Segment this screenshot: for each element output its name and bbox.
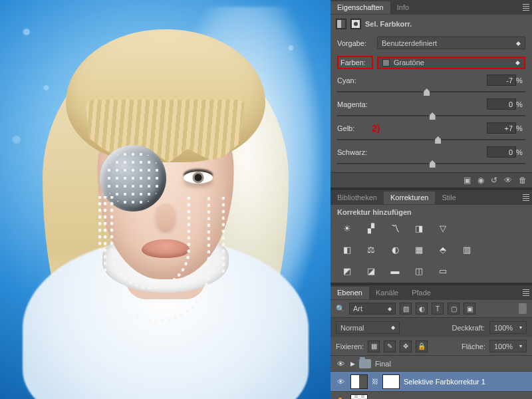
slider-magenta: Magenta:% bbox=[331, 96, 532, 120]
visibility-icon[interactable]: 👁 bbox=[504, 176, 512, 185]
adjustments-tabbar: Bibliotheken Korrekturen Stile bbox=[331, 190, 532, 205]
lock-label: Fixieren: bbox=[336, 342, 364, 350]
layer-ebene-2[interactable]: ✋ Ebene 2 bbox=[331, 392, 532, 399]
black-value[interactable] bbox=[487, 146, 516, 158]
preset-label: Vorgabe: bbox=[337, 39, 373, 47]
filter-adjust-icon[interactable]: ◐ bbox=[416, 303, 428, 315]
filter-smart-icon[interactable]: ▣ bbox=[464, 303, 475, 315]
filter-toggle[interactable] bbox=[519, 303, 527, 314]
bw-icon[interactable]: ◐ bbox=[388, 243, 402, 256]
tab-paths[interactable]: Pfade bbox=[405, 287, 438, 299]
layer-name[interactable]: Selektive Farbkorrektur 1 bbox=[404, 378, 485, 386]
slider-yellow: Gelb:2)% bbox=[331, 120, 532, 144]
cyan-value[interactable] bbox=[487, 74, 516, 86]
fill-label: Fläche: bbox=[462, 342, 485, 350]
black-label: Schwarz: bbox=[337, 148, 372, 156]
portrait-lips bbox=[142, 239, 190, 258]
mask-thumb[interactable] bbox=[382, 374, 400, 389]
filter-type-icon[interactable]: T bbox=[432, 303, 444, 315]
properties-tabbar: Eigenschaften Info bbox=[331, 0, 532, 15]
selective-color-icon[interactable]: ◫ bbox=[412, 264, 426, 277]
svg-point-3 bbox=[354, 22, 358, 26]
clip-icon[interactable]: ▣ bbox=[464, 176, 471, 185]
lock-position-icon[interactable]: ✥ bbox=[400, 340, 412, 352]
lock-pixels-icon[interactable]: ▦ bbox=[368, 340, 380, 352]
color-balance-icon[interactable]: ⚖ bbox=[364, 243, 378, 256]
layer-selective-color[interactable]: 👁 ⛓ Selektive Farbkorrektur 1 bbox=[331, 372, 532, 392]
layers-tabbar: Ebenen Kanäle Pfade bbox=[331, 285, 532, 300]
magenta-slider[interactable] bbox=[337, 111, 525, 120]
slider-cyan: Cyan:% bbox=[331, 72, 532, 96]
curves-icon[interactable]: 〽 bbox=[388, 221, 402, 235]
layer-group-final[interactable]: 👁 ▶ Final bbox=[331, 356, 532, 372]
lock-all-icon[interactable]: 🔒 bbox=[416, 340, 428, 352]
add-adjustment-label: Korrektur hinzufügen bbox=[331, 205, 532, 217]
right-panel-dock: Eigenschaften Info Sel. Farbkorr. Vorgab… bbox=[331, 0, 532, 399]
portrait-eye bbox=[184, 172, 213, 184]
link-icon[interactable]: ⛓ bbox=[372, 378, 378, 385]
black-slider[interactable] bbox=[337, 159, 525, 168]
fill-select[interactable]: 100%▾ bbox=[489, 340, 527, 352]
colors-select[interactable]: Grautöne ◆ bbox=[377, 57, 525, 69]
layer-name[interactable]: Final bbox=[375, 360, 391, 368]
color-lookup-icon[interactable]: ▥ bbox=[460, 243, 474, 256]
gradient-map-icon[interactable]: ▭ bbox=[436, 264, 450, 277]
panel-menu-icon[interactable] bbox=[520, 285, 532, 300]
panel-menu-icon[interactable] bbox=[520, 0, 532, 15]
colors-label: Farben: bbox=[337, 56, 373, 69]
properties-header: Sel. Farbkorr. bbox=[331, 15, 532, 33]
exposure-icon[interactable]: ◨ bbox=[412, 221, 426, 235]
channel-mixer-icon[interactable]: ⬘ bbox=[436, 243, 450, 256]
tab-info[interactable]: Info bbox=[390, 1, 416, 14]
svg-rect-1 bbox=[341, 20, 345, 28]
vibrance-icon[interactable]: ▽ bbox=[436, 221, 450, 235]
visibility-toggle[interactable]: 👁 bbox=[334, 360, 346, 368]
preset-select[interactable]: Benutzerdefiniert◆ bbox=[377, 37, 525, 49]
trash-icon[interactable]: 🗑 bbox=[519, 176, 527, 185]
tab-properties[interactable]: Eigenschaften bbox=[331, 1, 390, 14]
view-previous-icon[interactable]: ◉ bbox=[477, 176, 484, 185]
visibility-toggle[interactable]: 👁 bbox=[334, 378, 346, 386]
tab-channels[interactable]: Kanäle bbox=[369, 287, 405, 299]
panel-menu-icon[interactable] bbox=[520, 190, 532, 205]
photo-filter-icon[interactable]: ▦ bbox=[412, 243, 426, 256]
tab-styles[interactable]: Stile bbox=[435, 192, 462, 204]
folder-icon bbox=[359, 359, 371, 368]
cyan-slider[interactable] bbox=[337, 87, 525, 96]
lock-paint-icon[interactable]: ✎ bbox=[384, 340, 396, 352]
portrait-nose bbox=[157, 203, 174, 230]
yellow-slider[interactable] bbox=[337, 135, 525, 144]
tab-adjustments[interactable]: Korrekturen bbox=[384, 192, 435, 204]
adjustment-thumb-icon bbox=[350, 374, 368, 389]
blend-mode-select[interactable]: Normal◆ bbox=[336, 321, 400, 334]
opacity-select[interactable]: 100%▾ bbox=[489, 321, 527, 334]
adjustment-presets-row: ☀ ▞ 〽 ◨ ▽ bbox=[331, 217, 532, 239]
mask-icon bbox=[350, 19, 361, 29]
hue-sat-icon[interactable]: ◧ bbox=[340, 243, 354, 256]
properties-footer: ▣ ◉ ↺ 👁 🗑 bbox=[331, 172, 532, 188]
filter-search-icon[interactable]: 🔍 bbox=[336, 305, 345, 313]
filter-type-select[interactable]: Art◆ bbox=[349, 303, 396, 315]
tab-libraries[interactable]: Bibliotheken bbox=[331, 192, 384, 204]
filter-pixel-icon[interactable]: ▧ bbox=[400, 303, 412, 315]
adjustment-type-icon bbox=[336, 19, 346, 29]
tab-layers[interactable]: Ebenen bbox=[331, 287, 369, 299]
expand-caret-icon[interactable]: ▶ bbox=[350, 360, 355, 367]
filter-shape-icon[interactable]: ▢ bbox=[448, 303, 460, 315]
yellow-value[interactable] bbox=[487, 122, 516, 134]
cyan-label: Cyan: bbox=[337, 76, 372, 84]
magenta-label: Magenta: bbox=[337, 100, 372, 108]
opacity-label: Deckkraft: bbox=[452, 324, 485, 332]
posterize-icon[interactable]: ◪ bbox=[364, 264, 378, 277]
annotation-2: 2) bbox=[372, 123, 380, 134]
properties-title: Sel. Farbkorr. bbox=[365, 20, 412, 28]
invert-icon[interactable]: ◩ bbox=[340, 264, 354, 277]
reset-icon[interactable]: ↺ bbox=[491, 176, 497, 185]
brightness-contrast-icon[interactable]: ☀ bbox=[340, 221, 354, 235]
yellow-label: Gelb: bbox=[337, 124, 372, 132]
levels-icon[interactable]: ▞ bbox=[364, 221, 378, 235]
magenta-value[interactable] bbox=[487, 98, 516, 110]
slider-black: Schwarz:% bbox=[331, 144, 532, 172]
threshold-icon[interactable]: ▬ bbox=[388, 264, 402, 277]
document-canvas[interactable] bbox=[0, 0, 331, 399]
